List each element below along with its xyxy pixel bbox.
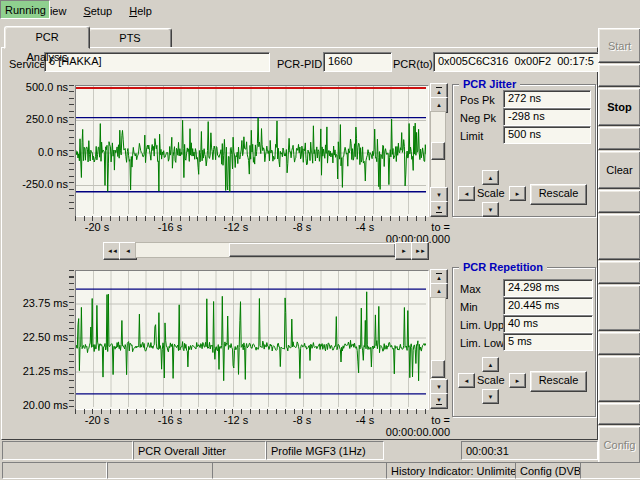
- pcr-pid-label: PCR-PID: [277, 57, 322, 71]
- tab-pts-analysis[interactable]: PTS Analysis: [88, 28, 172, 49]
- scroll-bottom-icon: ▼: [436, 205, 442, 213]
- service-field[interactable]: 6 [HAKKA]: [44, 52, 270, 72]
- menu-help[interactable]: Help: [121, 2, 161, 20]
- config-button[interactable]: Config: [598, 426, 640, 464]
- jitter-chart: [75, 85, 429, 217]
- time-scroll-right-end-button[interactable]: ►►: [411, 242, 429, 260]
- menu-setup[interactable]: Setup: [75, 2, 121, 20]
- max-field: 24.298 ms: [503, 279, 593, 297]
- rep-rescale-button[interactable]: Rescale: [530, 371, 587, 392]
- jitter-ytick-n250: -250.0 ns: [8, 178, 68, 191]
- rep-ytick-2375: 23.75 ms: [8, 297, 68, 310]
- rep-xtick-12: -12 s: [219, 414, 253, 426]
- rep-ytick-2125: 21.25 ms: [8, 365, 68, 378]
- rep-x-end-label: to = 00:00:00.000: [372, 414, 450, 438]
- status-run-state: Running: [0, 0, 50, 19]
- scale-left-icon: ◄: [464, 378, 470, 384]
- status2-empty-1: [2, 462, 107, 479]
- softkey-blank-6[interactable]: [598, 285, 640, 331]
- softkey-blank-2[interactable]: [598, 127, 640, 150]
- pcr-to-field: 0x005C6C316 0x00F2 00:17:5: [433, 52, 600, 72]
- rep-xtick-8: -8 s: [288, 414, 316, 426]
- scroll-right-icon: ►: [401, 248, 407, 254]
- scale-down-icon: ▼: [488, 207, 494, 213]
- jitter-scale-label: Scale: [477, 186, 505, 200]
- scroll-right-end-icon: ►►: [415, 248, 425, 254]
- softkey-blank-3[interactable]: [598, 190, 640, 213]
- stop-button[interactable]: Stop: [598, 88, 640, 126]
- tab-pcr-analysis[interactable]: PCR Analysis: [4, 26, 90, 49]
- pos-pk-field: 272 ns: [503, 90, 591, 108]
- jitter-scale-right-button[interactable]: ►: [509, 186, 526, 201]
- start-button[interactable]: Start: [598, 28, 640, 63]
- rep-scroll-bottom-button[interactable]: ▼: [430, 393, 448, 409]
- pcr-pid-field[interactable]: 1660: [323, 52, 392, 72]
- jitter-ytick-250: 250.0 ns: [8, 113, 68, 126]
- scroll-down-icon: ▼: [436, 192, 442, 198]
- jitter-scale-up-button[interactable]: ▲: [482, 170, 499, 185]
- jitter-scroll-bottom-button[interactable]: ▼: [430, 201, 448, 217]
- rep-ytick-2250: 22.50 ms: [8, 331, 68, 344]
- clear-button[interactable]: Clear: [598, 151, 640, 189]
- jitter-chart-canvas: [76, 86, 426, 214]
- jitter-xtick-8: -8 s: [288, 221, 316, 233]
- scale-left-icon: ◄: [464, 191, 470, 197]
- rep-scale-right-button[interactable]: ►: [509, 373, 526, 388]
- softkey-blank-8[interactable]: [598, 356, 640, 402]
- softkey-blank-1[interactable]: [598, 64, 640, 87]
- softkey-blank-9[interactable]: [598, 403, 640, 425]
- scale-right-icon: ►: [515, 378, 521, 384]
- jitter-scroll-track[interactable]: [430, 111, 446, 189]
- scroll-up-icon: ▲: [436, 288, 442, 294]
- tab-strip: PCR Analysis PTS Analysis: [4, 26, 594, 47]
- lim-upper-field[interactable]: 40 ms: [503, 315, 593, 333]
- rep-scale-up-button[interactable]: ▲: [482, 357, 499, 372]
- jitter-limit-field[interactable]: 500 ns: [503, 126, 591, 144]
- softkey-blank-4[interactable]: [598, 214, 640, 260]
- rep-scale-left-button[interactable]: ◄: [458, 373, 475, 388]
- scroll-left-end-icon: ◄◄: [107, 248, 117, 254]
- scale-right-icon: ►: [515, 191, 521, 197]
- scale-up-icon: ▲: [488, 362, 494, 368]
- softkey-blank-5[interactable]: [598, 261, 640, 284]
- pcr-jitter-title: PCR Jitter: [459, 78, 520, 90]
- rep-scale-label: Scale: [477, 373, 505, 387]
- status-empty-1: [2, 441, 133, 460]
- pcr-repetition-title: PCR Repetition: [459, 261, 547, 273]
- status-history-indicator: History Indicator: Unlimited: [386, 462, 516, 479]
- pos-pk-label: Pos Pk: [460, 93, 495, 107]
- status2-empty-4: [580, 462, 640, 479]
- scroll-up-icon: ▲: [436, 102, 442, 108]
- scroll-top-icon: ▲: [436, 273, 442, 281]
- scroll-left-icon: ◄: [125, 248, 131, 254]
- scroll-down-icon: ▼: [436, 384, 442, 390]
- time-scroll-thumb[interactable]: [229, 243, 396, 257]
- rep-scroll-thumb[interactable]: [431, 360, 445, 378]
- jitter-scale-left-button[interactable]: ◄: [458, 186, 475, 201]
- jitter-scale-down-button[interactable]: ▼: [482, 202, 499, 217]
- min-field: 20.445 ms: [503, 297, 593, 315]
- lim-lower-field[interactable]: 5 ms: [503, 333, 593, 351]
- jitter-xtick-12: -12 s: [219, 221, 253, 233]
- softkey-blank-7[interactable]: [598, 332, 640, 355]
- status2-empty-3: [212, 462, 387, 479]
- scroll-bottom-icon: ▼: [436, 397, 442, 405]
- menu-bar: File View Setup Help: [0, 0, 640, 22]
- rep-scale-down-button[interactable]: ▼: [482, 389, 499, 404]
- min-label: Min: [460, 300, 478, 314]
- scroll-top-icon: ▲: [436, 87, 442, 95]
- jitter-ytick-0: 0.0 ns: [8, 146, 68, 159]
- status-measurement: PCR Overall Jitter: [133, 441, 266, 460]
- jitter-ytick-500: 500.0 ns: [8, 81, 68, 94]
- max-label: Max: [460, 282, 481, 296]
- neg-pk-field: -298 ns: [503, 108, 591, 126]
- jitter-rescale-button[interactable]: Rescale: [530, 184, 587, 205]
- status-elapsed-time: 00:00:31: [461, 441, 598, 460]
- status-config-standard: Config (DVB): [515, 462, 581, 479]
- rep-ytick-2000: 20.00 ms: [8, 399, 68, 412]
- time-scroll-track[interactable]: [135, 242, 397, 258]
- rep-xtick-16: -16 s: [153, 414, 187, 426]
- jitter-scroll-thumb[interactable]: [431, 142, 445, 160]
- jitter-xtick-16: -16 s: [153, 221, 187, 233]
- rep-scroll-track[interactable]: [430, 297, 446, 381]
